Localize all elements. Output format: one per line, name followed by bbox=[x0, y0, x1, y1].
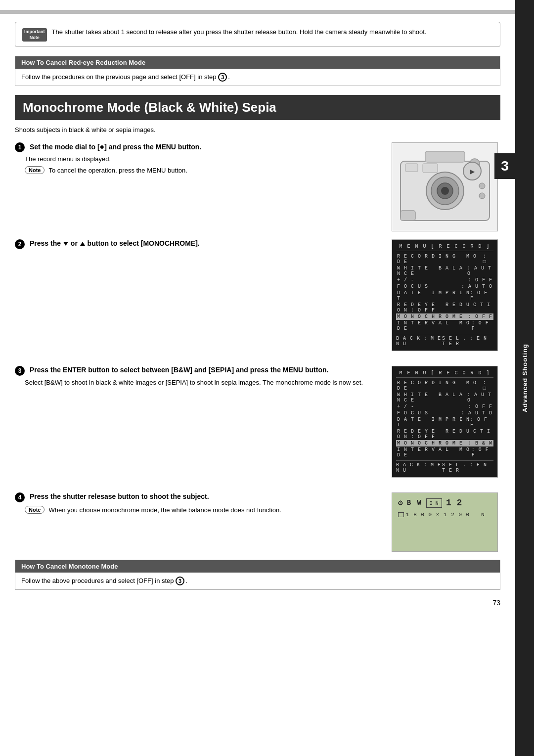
menu-row: D A T E I M P R I N T : O F F bbox=[396, 290, 493, 302]
step1-section: 1 Set the mode dial to [●] and press the… bbox=[15, 142, 500, 231]
step2-num: 2 bbox=[15, 239, 25, 249]
svg-rect-5 bbox=[425, 151, 465, 162]
triangle-down-icon bbox=[63, 242, 68, 246]
svg-point-12 bbox=[479, 183, 485, 189]
step4-num: 4 bbox=[15, 492, 25, 502]
page-number: 73 bbox=[15, 599, 500, 607]
lcd-display: ⚙ B W I N 1 2 1 8 0 0 × 1 2 0 0 N bbox=[392, 492, 498, 552]
svg-text:▶: ▶ bbox=[470, 168, 475, 175]
step4-right: ⚙ B W I N 1 2 1 8 0 0 × 1 2 0 0 N bbox=[392, 492, 500, 552]
cancel-redeye-body: Follow the procedures on the previous pa… bbox=[15, 69, 500, 86]
svg-rect-10 bbox=[423, 164, 438, 173]
camera-image: ▶ bbox=[392, 142, 498, 231]
menu-row: D A T E I M P R I N T : O F F bbox=[396, 416, 493, 428]
menu-screen-2: M E N U [ R E C O R D ] R E C O R D I N … bbox=[392, 366, 498, 478]
menu-row: R E D E Y E R E D U C T I O N : O F F bbox=[396, 302, 493, 313]
step2-right: M E N U [ R E C O R D ] R E C O R D I N … bbox=[392, 239, 500, 358]
cancel-redeye-header: How To Cancel Red-eye Reduction Mode bbox=[15, 56, 500, 69]
menu-row: W H I T E B A L A N C E : A U T O bbox=[396, 392, 493, 403]
menu-row: R E D E Y E R E D U C T I O N : O F F bbox=[396, 428, 493, 440]
cancel-redeye-box: How To Cancel Red-eye Reduction Mode Fol… bbox=[15, 56, 500, 86]
step4-header: 4 Press the shutter relesase button to s… bbox=[15, 492, 382, 502]
note-badge-1: Note bbox=[25, 166, 44, 174]
important-note-box: Important Note The shutter takes about 1… bbox=[15, 22, 500, 47]
camera-svg: ▶ bbox=[396, 146, 494, 228]
right-tab-label: Advanced Shooting bbox=[521, 344, 529, 412]
svg-point-4 bbox=[441, 187, 449, 195]
step4-note: Note When you choose monochrome mode, th… bbox=[25, 505, 382, 515]
cancel-monotone-body: Follow the above procedures and select [… bbox=[15, 573, 500, 589]
step3-body: Select [B&W] to shoot in black & white i… bbox=[25, 379, 382, 386]
step2-header: 2 Press the or button to select [MONOCHR… bbox=[15, 239, 382, 249]
step-circle-3b: 3 bbox=[176, 577, 184, 585]
step2-left: 2 Press the or button to select [MONOCHR… bbox=[15, 239, 382, 358]
lcd-resolution: 1 8 0 0 × 1 2 0 0 N bbox=[398, 512, 491, 518]
menu-row: + / - : O F F bbox=[396, 403, 493, 410]
important-badge: Important Note bbox=[22, 28, 47, 42]
step1-note: Note To cancel the operation, press the … bbox=[25, 166, 382, 176]
step-circle-3: 3 bbox=[218, 73, 227, 82]
menu-row: F O C U S : A U T O bbox=[396, 283, 493, 290]
lcd-camera-icon: ⚙ bbox=[398, 498, 403, 508]
cancel-monotone-header: How To Cancel Monotone Mode bbox=[15, 560, 500, 573]
important-note-text: The shutter takes about 1 second to rele… bbox=[52, 27, 427, 37]
step1-right: ▶ bbox=[392, 142, 500, 231]
menu-row: I N T E R V A L M O D E : O F F bbox=[396, 320, 493, 332]
tab-number: 3 bbox=[494, 153, 515, 179]
step1-num: 1 bbox=[15, 142, 25, 152]
step1-note-text: To cancel the operation, press the MENU … bbox=[48, 166, 187, 176]
step3-right: M E N U [ R E C O R D ] R E C O R D I N … bbox=[392, 366, 500, 485]
step3-num: 3 bbox=[15, 366, 25, 376]
lcd-count: 1 2 bbox=[446, 498, 462, 508]
menu-row: R E C O R D I N G M O D E : □ bbox=[396, 380, 493, 392]
menu-footer-2: B A C K : M E N U S E L . : E N T E R bbox=[396, 460, 493, 473]
step3-left: 3 Press the ENTER button to select betwe… bbox=[15, 366, 382, 485]
section-title: Monochrome Mode (Black & White) Sepia bbox=[15, 95, 500, 120]
right-tab: Advanced Shooting bbox=[515, 0, 534, 756]
step1-header: 1 Set the mode dial to [●] and press the… bbox=[15, 142, 382, 152]
step3-section: 3 Press the ENTER button to select betwe… bbox=[15, 366, 500, 485]
menu-footer-1: B A C K : M E N U S E L . : E N T E R bbox=[396, 334, 493, 347]
step4-note-text: When you choose monochrome mode, the whi… bbox=[48, 505, 281, 515]
menu-row-highlighted: M O N O C H R O M E : B & W bbox=[396, 440, 493, 446]
menu-row: I N T E R V A L M O D E : O F F bbox=[396, 446, 493, 458]
lcd-top-row: ⚙ B W I N 1 2 bbox=[398, 498, 491, 508]
svg-rect-9 bbox=[405, 164, 418, 172]
top-gray-bar bbox=[0, 10, 515, 14]
menu-screen-2-title: M E N U [ R E C O R D ] bbox=[396, 370, 493, 378]
note-badge-4: Note bbox=[25, 506, 44, 514]
section-subtitle: Shoots subjects in black & white or sepi… bbox=[15, 126, 500, 133]
triangle-up-icon bbox=[80, 242, 85, 246]
cancel-monotone-box: How To Cancel Monotone Mode Follow the a… bbox=[15, 560, 500, 590]
lcd-mode: B W bbox=[407, 499, 422, 507]
step3-header: 3 Press the ENTER button to select betwe… bbox=[15, 366, 382, 376]
menu-row: F O C U S : A U T O bbox=[396, 410, 493, 416]
menu-row: + / - : O F F bbox=[396, 277, 493, 283]
menu-row: R E C O R D I N G M O D E : □ bbox=[396, 253, 493, 265]
step4-section: 4 Press the shutter relesase button to s… bbox=[15, 492, 500, 552]
menu-row-highlighted: M O N O C H R O M E : O F F bbox=[396, 313, 493, 320]
menu-row: W H I T E B A L A N C E : A U T O bbox=[396, 265, 493, 277]
svg-rect-11 bbox=[400, 211, 415, 221]
lcd-rect-icon bbox=[398, 512, 404, 517]
step1-left: 1 Set the mode dial to [●] and press the… bbox=[15, 142, 382, 231]
menu-screen-1: M E N U [ R E C O R D ] R E C O R D I N … bbox=[392, 239, 498, 351]
step2-section: 2 Press the or button to select [MONOCHR… bbox=[15, 239, 500, 358]
svg-point-13 bbox=[479, 193, 485, 199]
lcd-counter-box: I N bbox=[426, 498, 442, 508]
menu-screen-1-title: M E N U [ R E C O R D ] bbox=[396, 244, 493, 251]
step4-left: 4 Press the shutter relesase button to s… bbox=[15, 492, 382, 552]
step1-body: The record menu is displayed. bbox=[25, 155, 382, 163]
